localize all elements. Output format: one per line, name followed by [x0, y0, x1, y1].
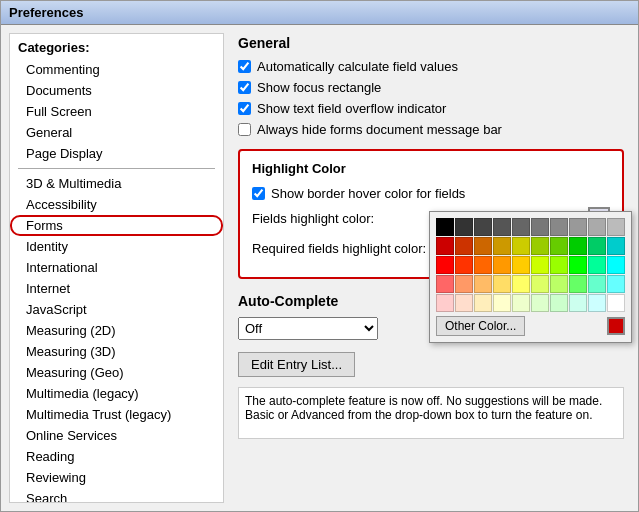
color-cell[interactable] [474, 294, 492, 312]
sidebar-item-multimedia-trust[interactable]: Multimedia Trust (legacy) [10, 404, 223, 425]
color-cell[interactable] [569, 237, 587, 255]
color-cell[interactable] [588, 275, 606, 293]
checkbox-auto-calculate: Automatically calculate field values [238, 59, 624, 74]
window-title: Preferences [9, 5, 83, 20]
color-cell[interactable] [436, 218, 454, 236]
sidebar-item-measuring2d[interactable]: Measuring (2D) [10, 320, 223, 341]
color-cell[interactable] [512, 294, 530, 312]
color-cell[interactable] [531, 237, 549, 255]
color-cell[interactable] [531, 256, 549, 274]
sidebar-item-measuringgeo[interactable]: Measuring (Geo) [10, 362, 223, 383]
other-color-button[interactable]: Other Color... [436, 316, 525, 336]
sidebar-item-fullscreen[interactable]: Full Screen [10, 101, 223, 122]
color-cell[interactable] [512, 218, 530, 236]
color-cell[interactable] [531, 275, 549, 293]
sidebar: Categories: Commenting Documents Full Sc… [9, 33, 224, 503]
sidebar-item-commenting[interactable]: Commenting [10, 59, 223, 80]
color-cell[interactable] [455, 294, 473, 312]
color-cell[interactable] [474, 275, 492, 293]
sidebar-item-accessibility[interactable]: Accessibility [10, 194, 223, 215]
checkbox-hide-forms-label: Always hide forms document message bar [257, 122, 502, 137]
checkbox-border-hover-label: Show border hover color for fields [271, 186, 465, 201]
other-color-row: Other Color... [436, 316, 625, 336]
sidebar-item-internet[interactable]: Internet [10, 278, 223, 299]
selected-color-swatch[interactable] [607, 317, 625, 335]
color-cell[interactable] [474, 237, 492, 255]
color-cell[interactable] [493, 237, 511, 255]
sidebar-item-reading[interactable]: Reading [10, 446, 223, 467]
color-cell[interactable] [493, 218, 511, 236]
color-grid [436, 218, 625, 312]
color-cell[interactable] [436, 237, 454, 255]
highlight-color-title: Highlight Color [252, 161, 610, 176]
color-cell[interactable] [607, 275, 625, 293]
general-section-title: General [238, 35, 624, 51]
color-cell[interactable] [436, 294, 454, 312]
color-cell[interactable] [607, 218, 625, 236]
sidebar-item-search[interactable]: Search [10, 488, 223, 503]
sidebar-item-general[interactable]: General [10, 122, 223, 143]
color-cell[interactable] [588, 218, 606, 236]
color-cell[interactable] [455, 275, 473, 293]
color-cell[interactable] [550, 294, 568, 312]
color-cell[interactable] [550, 256, 568, 274]
content-area: Categories: Commenting Documents Full Sc… [1, 25, 638, 511]
color-cell[interactable] [512, 256, 530, 274]
checkbox-text-overflow-label: Show text field overflow indicator [257, 101, 446, 116]
color-cell[interactable] [493, 275, 511, 293]
sidebar-item-javascript[interactable]: JavaScript [10, 299, 223, 320]
sidebar-item-international[interactable]: International [10, 257, 223, 278]
color-cell[interactable] [607, 256, 625, 274]
color-cell[interactable] [436, 256, 454, 274]
color-cell[interactable] [436, 275, 454, 293]
color-cell[interactable] [455, 237, 473, 255]
color-cell[interactable] [512, 237, 530, 255]
color-cell[interactable] [474, 256, 492, 274]
checkbox-text-overflow-input[interactable] [238, 102, 251, 115]
color-cell[interactable] [607, 294, 625, 312]
color-cell[interactable] [531, 294, 549, 312]
color-cell[interactable] [493, 294, 511, 312]
sidebar-item-identity[interactable]: Identity [10, 236, 223, 257]
color-cell[interactable] [569, 294, 587, 312]
checkbox-auto-calculate-label: Automatically calculate field values [257, 59, 458, 74]
sidebar-item-multimedia-legacy[interactable]: Multimedia (legacy) [10, 383, 223, 404]
checkbox-auto-calculate-input[interactable] [238, 60, 251, 73]
color-cell[interactable] [607, 237, 625, 255]
sidebar-item-documents[interactable]: Documents [10, 80, 223, 101]
color-picker-popup: Other Color... [429, 211, 632, 343]
sidebar-item-pagedisplay[interactable]: Page Display [10, 143, 223, 164]
edit-entry-list-button[interactable]: Edit Entry List... [238, 352, 355, 377]
sidebar-item-reviewing[interactable]: Reviewing [10, 467, 223, 488]
color-cell[interactable] [493, 256, 511, 274]
color-cell[interactable] [512, 275, 530, 293]
color-cell[interactable] [455, 218, 473, 236]
color-cell[interactable] [474, 218, 492, 236]
color-cell[interactable] [550, 218, 568, 236]
highlight-color-box: Highlight Color Show border hover color … [238, 149, 624, 279]
checkbox-show-focus-label: Show focus rectangle [257, 80, 381, 95]
description-text: The auto-complete feature is now off. No… [245, 394, 602, 422]
checkbox-show-focus-input[interactable] [238, 81, 251, 94]
required-fields-label: Required fields highlight color: [252, 241, 426, 256]
color-cell[interactable] [588, 237, 606, 255]
color-cell[interactable] [569, 275, 587, 293]
color-cell[interactable] [588, 294, 606, 312]
color-cell[interactable] [569, 256, 587, 274]
color-cell[interactable] [569, 218, 587, 236]
sidebar-divider [18, 168, 215, 169]
checkbox-text-overflow: Show text field overflow indicator [238, 101, 624, 116]
checkbox-hide-forms-input[interactable] [238, 123, 251, 136]
auto-complete-select[interactable]: Off Basic Advanced [238, 317, 378, 340]
color-cell[interactable] [531, 218, 549, 236]
color-cell[interactable] [455, 256, 473, 274]
sidebar-item-forms[interactable]: Forms [10, 215, 223, 236]
color-cell[interactable] [588, 256, 606, 274]
title-bar: Preferences [1, 1, 638, 25]
color-cell[interactable] [550, 275, 568, 293]
sidebar-item-online-services[interactable]: Online Services [10, 425, 223, 446]
sidebar-item-3dmultimedia[interactable]: 3D & Multimedia [10, 173, 223, 194]
sidebar-item-measuring3d[interactable]: Measuring (3D) [10, 341, 223, 362]
color-cell[interactable] [550, 237, 568, 255]
checkbox-border-hover-input[interactable] [252, 187, 265, 200]
